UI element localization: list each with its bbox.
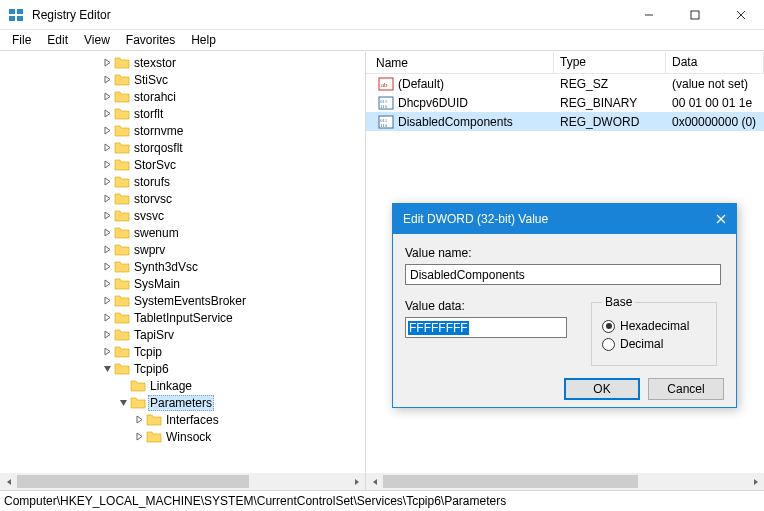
scroll-thumb[interactable]	[383, 475, 638, 488]
tree-item[interactable]: Parameters	[0, 394, 365, 411]
radio-hex[interactable]	[602, 320, 615, 333]
tree-item[interactable]: swenum	[0, 224, 365, 241]
expand-icon[interactable]	[132, 413, 146, 427]
cancel-button[interactable]: Cancel	[648, 378, 724, 400]
expand-icon[interactable]	[116, 396, 130, 410]
tree-item[interactable]: Linkage	[0, 377, 365, 394]
tree-item-label: storqosflt	[132, 141, 185, 155]
svg-marker-11	[105, 110, 110, 117]
svg-text:110: 110	[380, 104, 388, 109]
value-row[interactable]: 011110DisabledComponentsREG_DWORD0x00000…	[366, 112, 764, 131]
expand-icon[interactable]	[100, 209, 114, 223]
tree-item[interactable]: swprv	[0, 241, 365, 258]
tree-item[interactable]: StorSvc	[0, 156, 365, 173]
expand-icon[interactable]	[100, 311, 114, 325]
expand-icon[interactable]	[100, 107, 114, 121]
tree-item[interactable]: TapiSrv	[0, 326, 365, 343]
menu-favorites[interactable]: Favorites	[118, 31, 183, 49]
close-button[interactable]	[718, 0, 764, 30]
ok-button[interactable]: OK	[564, 378, 640, 400]
tree-item[interactable]: svsvc	[0, 207, 365, 224]
expand-icon[interactable]	[100, 56, 114, 70]
svg-rect-5	[691, 11, 699, 19]
tree-item[interactable]: Tcpip	[0, 343, 365, 360]
tree-item[interactable]: storahci	[0, 88, 365, 105]
tree-item[interactable]: StiSvc	[0, 71, 365, 88]
value-row[interactable]: 011110Dhcpv6DUIDREG_BINARY00 01 00 01 1e	[366, 93, 764, 112]
radio-hex-row[interactable]: Hexadecimal	[602, 319, 706, 333]
svg-marker-28	[137, 416, 142, 423]
tree-item-label: Synth3dVsc	[132, 260, 200, 274]
tree-item[interactable]: storufs	[0, 173, 365, 190]
tree-hscrollbar[interactable]	[0, 473, 365, 490]
tree-item[interactable]: Tcpip6	[0, 360, 365, 377]
expand-icon[interactable]	[132, 430, 146, 444]
svg-marker-10	[105, 93, 110, 100]
expand-icon[interactable]	[100, 294, 114, 308]
menu-edit[interactable]: Edit	[39, 31, 76, 49]
scroll-right-icon[interactable]	[747, 473, 764, 490]
value-name-cell: 011110DisabledComponents	[366, 114, 554, 130]
maximize-button[interactable]	[672, 0, 718, 30]
tree-item-label: storufs	[132, 175, 172, 189]
expand-icon[interactable]	[100, 226, 114, 240]
folder-icon	[114, 191, 130, 207]
registry-tree[interactable]: stexstorStiSvcstorahcistorfltstornvmesto…	[0, 52, 365, 473]
svg-marker-18	[105, 229, 110, 236]
folder-icon	[114, 293, 130, 309]
tree-item[interactable]: storqosflt	[0, 139, 365, 156]
expand-icon[interactable]	[100, 141, 114, 155]
tree-item[interactable]: stexstor	[0, 54, 365, 71]
tree-item-label: StiSvc	[132, 73, 170, 87]
menu-help[interactable]: Help	[183, 31, 224, 49]
tree-item[interactable]: Winsock	[0, 428, 365, 445]
expand-icon[interactable]	[100, 124, 114, 138]
tree-item-label: storflt	[132, 107, 165, 121]
tree-item-label: TabletInputService	[132, 311, 235, 325]
expand-icon[interactable]	[100, 345, 114, 359]
tree-item[interactable]: storvsc	[0, 190, 365, 207]
expand-icon[interactable]	[100, 90, 114, 104]
tree-item[interactable]: storflt	[0, 105, 365, 122]
scroll-left-icon[interactable]	[0, 473, 17, 490]
expand-icon[interactable]	[100, 328, 114, 342]
minimize-button[interactable]	[626, 0, 672, 30]
tree-item[interactable]: Interfaces	[0, 411, 365, 428]
tree-item-label: stexstor	[132, 56, 178, 70]
tree-item[interactable]: SysMain	[0, 275, 365, 292]
value-name-input[interactable]	[405, 264, 721, 285]
tree-item[interactable]: TabletInputService	[0, 309, 365, 326]
scroll-right-icon[interactable]	[348, 473, 365, 490]
folder-icon	[130, 395, 146, 411]
dialog-close-button[interactable]	[706, 204, 736, 234]
values-hscrollbar[interactable]	[366, 473, 764, 490]
expand-icon[interactable]	[100, 158, 114, 172]
window-title: Registry Editor	[32, 8, 626, 22]
expand-icon[interactable]	[100, 277, 114, 291]
menu-file[interactable]: File	[4, 31, 39, 49]
dialog-titlebar[interactable]: Edit DWORD (32-bit) Value	[393, 204, 736, 234]
expand-icon[interactable]	[100, 73, 114, 87]
radio-dec[interactable]	[602, 338, 615, 351]
scroll-left-icon[interactable]	[366, 473, 383, 490]
expand-icon[interactable]	[100, 260, 114, 274]
tree-item[interactable]: Synth3dVsc	[0, 258, 365, 275]
value-data-input[interactable]: FFFFFFFF	[405, 317, 567, 338]
tree-item[interactable]: stornvme	[0, 122, 365, 139]
scroll-thumb[interactable]	[17, 475, 249, 488]
expand-icon[interactable]	[100, 362, 114, 376]
header-name[interactable]: Name	[366, 52, 554, 73]
scroll-track[interactable]	[17, 473, 348, 490]
expand-icon[interactable]	[100, 243, 114, 257]
tree-item-label: TapiSrv	[132, 328, 176, 342]
menu-view[interactable]: View	[76, 31, 118, 49]
scroll-track[interactable]	[383, 473, 747, 490]
header-type[interactable]: Type	[554, 52, 666, 73]
tree-item[interactable]: SystemEventsBroker	[0, 292, 365, 309]
expand-icon[interactable]	[100, 192, 114, 206]
value-row[interactable]: ab(Default)REG_SZ(value not set)	[366, 74, 764, 93]
radio-dec-row[interactable]: Decimal	[602, 337, 706, 351]
tree-item-label: Linkage	[148, 379, 194, 393]
header-data[interactable]: Data	[666, 52, 764, 73]
expand-icon[interactable]	[100, 175, 114, 189]
